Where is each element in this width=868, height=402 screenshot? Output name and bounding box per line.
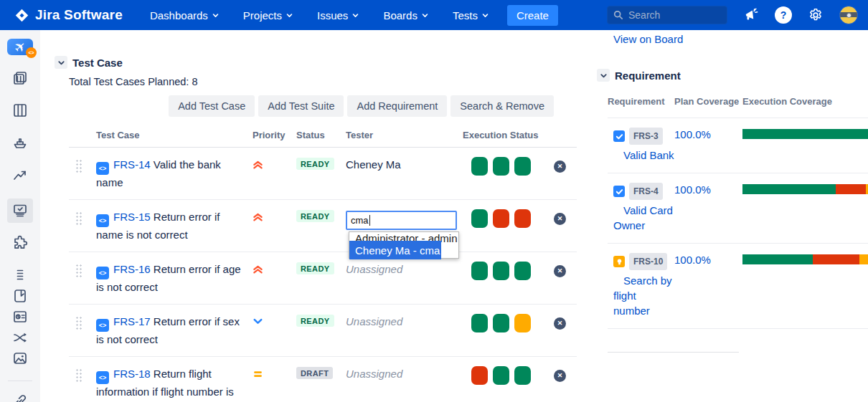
requirement-summary-link[interactable]: Search by flight number bbox=[608, 273, 674, 318]
view-on-board-link[interactable]: View on Board bbox=[613, 33, 683, 45]
test-case-key-link[interactable]: FRS-17 bbox=[113, 315, 151, 327]
nav-item-tests[interactable]: Tests bbox=[453, 9, 489, 21]
top-navbar: Jira Software Dashboards Projects Issues… bbox=[0, 0, 868, 30]
settings-icon[interactable] bbox=[808, 7, 824, 23]
remove-row-button[interactable]: ✕ bbox=[554, 161, 566, 173]
add-test-case-button[interactable]: Add Test Case bbox=[169, 95, 255, 117]
media-icon[interactable] bbox=[11, 350, 29, 367]
help-icon[interactable]: ? bbox=[775, 6, 792, 24]
test-case-row-frs-15: <>FRS-15 Return error if name is not cor… bbox=[69, 200, 577, 252]
requirement-summary-link[interactable]: Valid Card Owner bbox=[608, 203, 674, 233]
nav-item-dashboards[interactable]: Dashboards bbox=[150, 9, 219, 21]
sidebar-items bbox=[7, 70, 33, 402]
coverage-segment-green bbox=[742, 254, 813, 264]
test-case-key-link[interactable]: FRS-16 bbox=[113, 263, 151, 275]
divider bbox=[608, 352, 739, 353]
announcement-icon[interactable] bbox=[743, 7, 759, 23]
remove-row-button[interactable]: ✕ bbox=[554, 213, 566, 225]
execution-status-square-green[interactable] bbox=[514, 366, 531, 385]
execution-status-square-green[interactable] bbox=[471, 157, 488, 176]
remove-row-button[interactable]: ✕ bbox=[554, 370, 566, 382]
execution-status-square-red[interactable] bbox=[493, 209, 509, 228]
drag-handle[interactable] bbox=[75, 316, 83, 331]
execution-status-square-red[interactable] bbox=[471, 366, 488, 385]
stories-icon[interactable] bbox=[11, 267, 29, 284]
execution-status-square-green[interactable] bbox=[493, 262, 509, 280]
reports-icon[interactable] bbox=[11, 166, 29, 183]
tester-name-label: Cheney Ma bbox=[346, 158, 401, 171]
user-avatar[interactable] bbox=[839, 6, 858, 24]
execution-status-square-green[interactable] bbox=[493, 366, 509, 385]
execution-status-square-green[interactable] bbox=[514, 157, 531, 176]
execution-status-square-orange[interactable] bbox=[514, 314, 531, 332]
task-checkbox-icon bbox=[613, 186, 625, 197]
test-case-key-link[interactable]: FRS-15 bbox=[113, 211, 151, 223]
requirement-key-badge: FRS-4 bbox=[629, 183, 663, 200]
avatar-detail bbox=[846, 13, 852, 18]
jira-logo[interactable]: Jira Software bbox=[14, 7, 123, 23]
navbar-search-input[interactable]: Search bbox=[607, 6, 727, 24]
sidebar-divider bbox=[8, 381, 32, 381]
drag-handle[interactable] bbox=[75, 368, 83, 383]
nav-item-label: Tests bbox=[453, 9, 478, 21]
add-requirement-button[interactable]: Add Requirement bbox=[347, 95, 447, 117]
execution-status-square-green[interactable] bbox=[493, 314, 509, 332]
requirement-row-frs-10: FRS-10 Search by flight number 100.0% bbox=[608, 243, 868, 328]
search-remove-button[interactable]: Search & Remove bbox=[450, 95, 554, 117]
nav-item-label: Dashboards bbox=[150, 9, 208, 21]
nav-item-projects[interactable]: Projects bbox=[243, 9, 293, 21]
requirement-table: Requirement Plan Coverage Execution Cove… bbox=[608, 92, 868, 353]
report-card-icon[interactable] bbox=[11, 308, 29, 325]
primary-nav: Dashboards Projects Issues Boards Tests bbox=[150, 9, 489, 21]
test-case-type-icon: <> bbox=[96, 371, 109, 384]
test-case-type-icon: <> bbox=[96, 162, 109, 175]
execution-status-square-green[interactable] bbox=[471, 209, 488, 228]
requirement-key-badge: FRS-10 bbox=[629, 253, 667, 270]
add-test-suite-button[interactable]: Add Test Suite bbox=[258, 95, 344, 117]
test-case-key-link[interactable]: FRS-18 bbox=[113, 368, 151, 380]
execution-status-square-green[interactable] bbox=[471, 262, 488, 280]
test-case-section-header: Test Case bbox=[55, 56, 581, 69]
tester-cell[interactable]: Unassigned bbox=[346, 366, 463, 380]
pages-icon[interactable] bbox=[11, 287, 29, 305]
tester-input[interactable]: cma bbox=[346, 211, 457, 230]
tester-cell[interactable]: Unassigned bbox=[346, 314, 463, 327]
plan-coverage-value: 100.0% bbox=[674, 128, 742, 163]
collapse-requirement-icon[interactable] bbox=[597, 69, 610, 82]
execution-status-square-green[interactable] bbox=[493, 157, 509, 176]
sidebar-item-tests-selected[interactable] bbox=[7, 198, 33, 223]
test-case-key-link[interactable]: FRS-14 bbox=[113, 158, 151, 171]
drag-handle[interactable] bbox=[75, 264, 83, 279]
tester-cell[interactable]: Cheney Ma bbox=[346, 157, 463, 171]
tests-icon bbox=[11, 202, 29, 219]
nav-item-issues[interactable]: Issues bbox=[317, 9, 359, 21]
tester-cell[interactable]: cma Administrator - admin Cheney Ma - cm… bbox=[346, 209, 463, 230]
nav-item-boards[interactable]: Boards bbox=[383, 9, 428, 21]
releases-icon[interactable] bbox=[11, 134, 29, 151]
navbar-right: Search ? bbox=[607, 6, 858, 24]
execution-status-square-green[interactable] bbox=[471, 314, 488, 332]
execution-status-cell bbox=[463, 262, 543, 280]
remove-row-button[interactable]: ✕ bbox=[554, 265, 566, 277]
backlog-icon[interactable] bbox=[11, 70, 29, 87]
tester-cell[interactable]: Unassigned bbox=[346, 262, 463, 275]
collapse-test-case-icon[interactable] bbox=[55, 56, 67, 69]
priority-low-icon bbox=[253, 314, 296, 327]
requirement-summary-link[interactable]: Valid Bank bbox=[608, 148, 674, 163]
col-header-priority: Priority bbox=[253, 130, 296, 140]
coverage-segment-red bbox=[836, 184, 867, 194]
execution-status-square-red[interactable] bbox=[514, 209, 531, 228]
create-button[interactable]: Create bbox=[507, 5, 558, 26]
shuffle-icon[interactable] bbox=[11, 329, 29, 346]
execution-status-square-green[interactable] bbox=[514, 262, 531, 280]
drag-handle[interactable] bbox=[75, 159, 83, 174]
addons-icon[interactable] bbox=[11, 234, 29, 252]
board-icon[interactable] bbox=[11, 102, 29, 119]
total-test-cases-label: Total Test Cases Planned: 8 bbox=[69, 76, 577, 87]
link-icon[interactable] bbox=[11, 393, 29, 402]
remove-row-button[interactable]: ✕ bbox=[554, 317, 566, 330]
project-avatar[interactable]: ✈ <> bbox=[7, 39, 33, 55]
dropdown-option-cheney-ma[interactable]: Cheney Ma - cma bbox=[349, 241, 441, 259]
drag-handle[interactable] bbox=[75, 211, 83, 226]
priority-medium-icon bbox=[253, 366, 296, 379]
